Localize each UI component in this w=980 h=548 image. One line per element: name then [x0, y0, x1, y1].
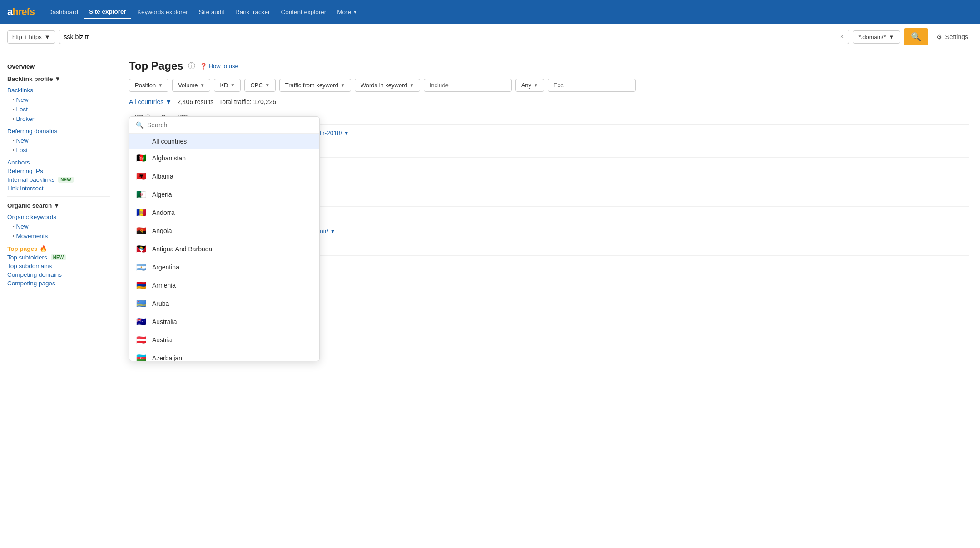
position-filter[interactable]: Position ▼	[129, 79, 168, 92]
aruba-flag-icon: 🇦🇼	[136, 299, 147, 309]
url-input-wrap: ×	[59, 30, 849, 44]
top-subfolders-new-badge: NEW	[51, 254, 66, 260]
logo[interactable]: ahrefs	[7, 6, 35, 18]
clear-search-button[interactable]: ×	[840, 33, 844, 41]
dropdown-list: All countries 🇦🇫 Afghanistan 🇦🇱 Albania	[129, 134, 319, 361]
words-caret-icon: ▼	[410, 83, 414, 88]
total-traffic: Total traffic: 170,226	[219, 98, 276, 105]
filter-bar: Position ▼ Volume ▼ KD ▼ CPC ▼ Traffic f…	[118, 72, 980, 98]
dropdown-item-algeria[interactable]: 🇩🇿 Algeria	[129, 185, 319, 204]
mode-selector[interactable]: *.domain/* ▼	[853, 30, 901, 44]
sidebar-item-referring-domains-lost[interactable]: Lost	[16, 146, 28, 154]
sidebar-item-top-subfolders[interactable]: Top subfolders NEW	[7, 253, 110, 262]
internal-backlinks-new-badge: NEW	[58, 177, 73, 183]
search-button[interactable]: 🔍	[904, 28, 928, 45]
title-info-icon[interactable]: ⓘ	[188, 61, 195, 71]
armenia-label: Armenia	[152, 282, 313, 289]
sidebar-backlink-profile-title[interactable]: Backlink profile ▼	[7, 75, 110, 82]
page-title: Top Pages	[129, 60, 183, 72]
logo-hrefs: hrefs	[12, 6, 35, 17]
sidebar-item-organic-keywords-new[interactable]: New	[16, 222, 29, 231]
kd-filter[interactable]: KD ▼	[214, 79, 241, 92]
logo-a: a	[7, 6, 12, 17]
nav-keywords-explorer[interactable]: Keywords explorer	[133, 6, 193, 18]
traffic-caret-icon: ▼	[341, 83, 345, 88]
sidebar: Overview Backlink profile ▼ Backlinks • …	[0, 50, 118, 548]
sidebar-item-competing-pages[interactable]: Competing pages	[7, 279, 110, 288]
dropdown-item-azerbaijan[interactable]: 🇦🇿 Azerbaijan	[129, 349, 319, 361]
sidebar-item-backlinks-new[interactable]: New	[16, 95, 29, 104]
dropdown-item-all-countries[interactable]: All countries	[129, 134, 319, 149]
dropdown-search-input[interactable]	[147, 121, 313, 129]
include-filter-input[interactable]	[424, 79, 512, 92]
more-dropdown-icon: ▼	[353, 10, 357, 15]
sidebar-item-link-intersect[interactable]: Link intersect	[7, 184, 110, 193]
volume-caret-icon: ▼	[200, 83, 205, 88]
austria-label: Austria	[152, 336, 313, 344]
volume-filter[interactable]: Volume ▼	[172, 79, 210, 92]
austria-flag-icon: 🇦🇹	[136, 335, 147, 345]
results-count: 2,406 results	[177, 98, 213, 105]
backlink-profile-caret-icon: ▼	[54, 75, 60, 82]
settings-button[interactable]: ⚙ Settings	[932, 30, 973, 43]
search-icon: 🔍	[911, 32, 921, 41]
sidebar-item-referring-domains-new[interactable]: New	[16, 136, 29, 145]
sidebar-item-backlinks-lost[interactable]: Lost	[16, 105, 28, 114]
dropdown-item-andorra[interactable]: 🇦🇩 Andorra	[129, 204, 319, 222]
dropdown-item-austria[interactable]: 🇦🇹 Austria	[129, 331, 319, 349]
dropdown-item-argentina[interactable]: 🇦🇷 Argentina	[129, 258, 319, 276]
afghanistan-flag-icon: 🇦🇫	[136, 153, 147, 163]
nav-content-explorer[interactable]: Content explorer	[277, 6, 331, 18]
url-dropdown-icon[interactable]: ▼	[344, 130, 349, 136]
url-dropdown-icon[interactable]: ▼	[330, 229, 335, 234]
albania-label: Albania	[152, 173, 313, 180]
sidebar-item-backlinks-broken[interactable]: Broken	[16, 115, 36, 123]
sidebar-item-internal-backlinks[interactable]: Internal backlinks NEW	[7, 175, 110, 184]
sidebar-item-top-subdomains[interactable]: Top subdomains	[7, 262, 110, 270]
azerbaijan-label: Azerbaijan	[152, 354, 313, 361]
organic-search-caret-icon: ▼	[54, 202, 59, 209]
sidebar-item-top-pages[interactable]: Top pages 🔥	[7, 244, 110, 253]
dropdown-item-afghanistan[interactable]: 🇦🇫 Afghanistan	[129, 149, 319, 167]
dropdown-item-aruba[interactable]: 🇦🇼 Aruba	[129, 294, 319, 313]
australia-flag-icon: 🇦🇺	[136, 317, 147, 327]
dropdown-item-albania[interactable]: 🇦🇱 Albania	[129, 167, 319, 185]
dropdown-search-icon: 🔍	[136, 121, 144, 129]
nav-rank-tracker[interactable]: Rank tracker	[231, 6, 275, 18]
all-countries-label: All countries	[152, 138, 313, 145]
cpc-filter[interactable]: CPC ▼	[244, 79, 275, 92]
top-navigation: ahrefs Dashboard Site explorer Keywords …	[0, 0, 980, 24]
angola-label: Angola	[152, 227, 313, 234]
argentina-label: Argentina	[152, 264, 313, 271]
country-caret-icon: ▼	[165, 98, 172, 105]
sidebar-item-organic-keywords-movements[interactable]: Movements	[16, 232, 48, 240]
country-selector[interactable]: All countries ▼	[129, 98, 172, 105]
protocol-selector[interactable]: http + https ▼	[7, 30, 55, 44]
how-to-use-link[interactable]: ❓ How to use	[200, 63, 238, 70]
main-layout: Overview Backlink profile ▼ Backlinks • …	[0, 50, 980, 548]
nav-site-audit[interactable]: Site audit	[194, 6, 229, 18]
sidebar-item-organic-keywords[interactable]: Organic keywords	[7, 213, 110, 221]
sidebar-organic-search-title[interactable]: Organic search ▼	[7, 202, 110, 209]
results-summary: All countries ▼ 2,406 results Total traf…	[118, 98, 980, 110]
words-in-keyword-filter[interactable]: Words in keyword ▼	[355, 79, 420, 92]
traffic-from-keyword-filter[interactable]: Traffic from keyword ▼	[279, 79, 351, 92]
australia-label: Australia	[152, 318, 313, 325]
sidebar-item-backlinks[interactable]: Backlinks	[7, 86, 110, 95]
dropdown-item-australia[interactable]: 🇦🇺 Australia	[129, 313, 319, 331]
sidebar-item-referring-domains[interactable]: Referring domains	[7, 127, 110, 135]
nav-site-explorer[interactable]: Site explorer	[84, 5, 131, 19]
exclude-filter-input[interactable]	[548, 79, 636, 92]
dropdown-item-angola[interactable]: 🇦🇴 Angola	[129, 222, 319, 240]
nav-dashboard[interactable]: Dashboard	[44, 6, 83, 18]
url-input[interactable]	[64, 33, 836, 40]
andorra-label: Andorra	[152, 209, 313, 216]
any-filter[interactable]: Any ▼	[515, 79, 544, 92]
dropdown-item-antigua[interactable]: 🇦🇬 Antigua And Barbuda	[129, 240, 319, 258]
sidebar-item-referring-ips[interactable]: Referring IPs	[7, 167, 110, 175]
sidebar-item-competing-domains[interactable]: Competing domains	[7, 270, 110, 279]
protocol-caret-icon: ▼	[45, 34, 50, 40]
sidebar-item-anchors[interactable]: Anchors	[7, 158, 110, 167]
dropdown-item-armenia[interactable]: 🇦🇲 Armenia	[129, 276, 319, 294]
nav-more[interactable]: More ▼	[332, 6, 362, 18]
